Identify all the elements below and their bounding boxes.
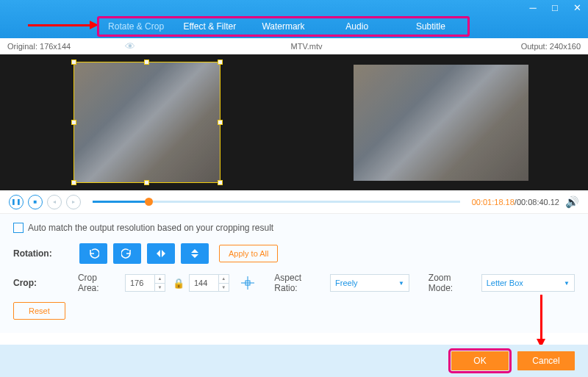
crop-handle[interactable] xyxy=(144,60,149,65)
stop-button[interactable]: ■ xyxy=(28,195,43,209)
chevron-down-icon: ▼ xyxy=(564,280,570,287)
original-resolution: Original: 176x144 xyxy=(7,42,110,51)
apply-to-all-button[interactable]: Apply to All xyxy=(219,245,278,262)
lock-icon[interactable]: 🔒 xyxy=(173,278,184,289)
time-display: 00:01:18.18/00:08:40.12 xyxy=(472,198,559,207)
spinner-up-icon[interactable]: ▲ xyxy=(219,275,229,284)
maximize-button[interactable]: □ xyxy=(544,0,566,15)
pause-button[interactable]: ❚❚ xyxy=(9,195,24,209)
zoom-mode-label: Zoom Mode: xyxy=(429,273,477,293)
crop-height-input[interactable]: 144▲▼ xyxy=(189,274,229,292)
aspect-ratio-select[interactable]: Freely▼ xyxy=(330,274,409,292)
tab-watermark[interactable]: Watermark xyxy=(246,18,320,35)
next-button[interactable]: ▸ xyxy=(66,195,81,209)
output-preview xyxy=(354,65,528,181)
seek-knob[interactable] xyxy=(145,198,153,206)
original-preview[interactable] xyxy=(74,62,220,182)
tab-effect-filter[interactable]: Effect & Filter xyxy=(173,18,246,35)
eye-icon[interactable]: 👁 xyxy=(125,40,135,52)
rotate-right-button[interactable] xyxy=(113,243,141,264)
crop-handle[interactable] xyxy=(144,180,149,185)
seek-fill xyxy=(93,201,148,203)
annotation-arrow xyxy=(28,24,91,26)
cancel-button[interactable]: Cancel xyxy=(517,351,575,370)
volume-icon[interactable]: 🔊 xyxy=(565,195,579,209)
ok-button[interactable]: OK xyxy=(451,351,509,370)
auto-match-checkbox[interactable] xyxy=(13,223,24,233)
tabs-highlight: Rotate & Crop Effect & Filter Watermark … xyxy=(97,16,470,37)
chevron-down-icon: ▼ xyxy=(398,280,404,287)
filename: MTV.mtv xyxy=(135,42,478,51)
auto-match-label: Auto match the output resolution based o… xyxy=(28,223,273,233)
spinner-down-icon[interactable]: ▼ xyxy=(219,284,229,292)
crop-area-label: Crop Area: xyxy=(78,273,119,293)
crop-handle[interactable] xyxy=(218,60,223,65)
rotation-label: Rotation: xyxy=(13,248,79,259)
annotation-arrow xyxy=(540,295,542,340)
crop-frame[interactable] xyxy=(74,62,220,183)
crop-handle[interactable] xyxy=(71,120,76,125)
tab-rotate-crop[interactable]: Rotate & Crop xyxy=(99,18,173,35)
prev-button[interactable]: ◂ xyxy=(47,195,62,209)
crop-handle[interactable] xyxy=(71,60,76,65)
crop-label: Crop: xyxy=(13,278,78,288)
rotate-left-button[interactable] xyxy=(79,243,107,264)
crop-handle[interactable] xyxy=(71,180,76,185)
seek-slider[interactable] xyxy=(93,201,460,203)
flip-horizontal-button[interactable] xyxy=(147,243,175,264)
spinner-down-icon[interactable]: ▼ xyxy=(155,284,165,292)
reset-button[interactable]: Reset xyxy=(13,302,65,320)
aspect-ratio-label: Aspect Ratio: xyxy=(274,273,326,293)
zoom-mode-select[interactable]: Letter Box▼ xyxy=(481,274,575,292)
minimize-button[interactable]: ─ xyxy=(522,0,544,15)
tab-subtitle[interactable]: Subtitle xyxy=(394,18,467,35)
crop-handle[interactable] xyxy=(218,120,223,125)
crop-width-input[interactable]: 176▲▼ xyxy=(125,274,165,292)
flip-vertical-button[interactable] xyxy=(181,243,209,264)
crop-position-icon[interactable] xyxy=(240,275,256,291)
crop-handle[interactable] xyxy=(218,180,223,185)
spinner-up-icon[interactable]: ▲ xyxy=(155,275,165,284)
output-resolution: Output: 240x160 xyxy=(478,42,581,51)
tab-audio[interactable]: Audio xyxy=(320,18,394,35)
close-button[interactable]: ✕ xyxy=(566,0,588,15)
